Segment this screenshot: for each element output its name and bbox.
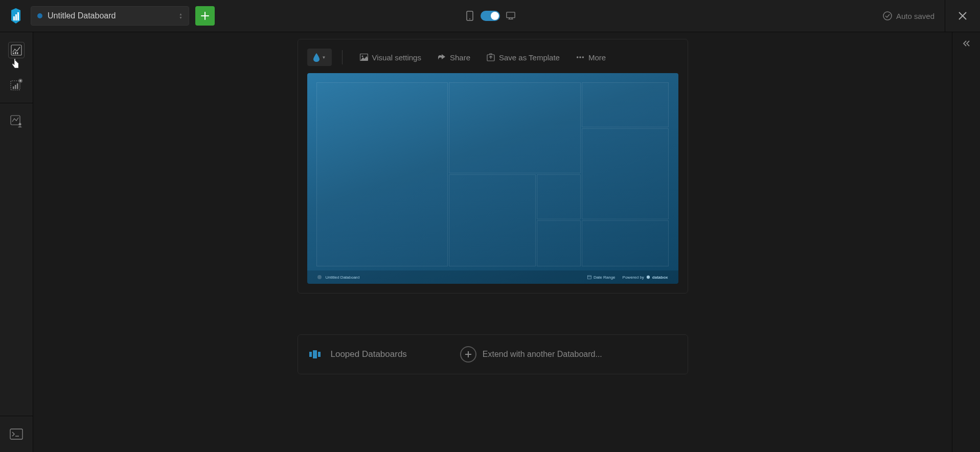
databoard-selector[interactable]: Untitled Databoard ▲▼ (31, 6, 189, 26)
svg-point-17 (19, 123, 21, 126)
device-toggle[interactable] (481, 11, 500, 21)
extend-label: Extend with another Databoard... (483, 350, 602, 359)
svg-rect-18 (10, 429, 22, 439)
cursor-pointer-icon (11, 58, 20, 69)
collapse-right-button[interactable] (952, 40, 980, 47)
desktop-icon[interactable] (506, 10, 515, 21)
card-toolbar: ▼ Visual settings Share (307, 49, 678, 66)
topbar: Untitled Databoard ▲▼ Auto saved (0, 0, 980, 32)
databoard-color-dot (37, 13, 42, 18)
calendar-icon (587, 275, 591, 279)
share-label: Share (450, 53, 470, 62)
main-content: ▼ Visual settings Share (33, 32, 952, 452)
powered-by-label: Powered by (623, 275, 644, 280)
databoard-title: Untitled Databoard (48, 11, 179, 20)
sidebar-item-terminal[interactable] (9, 426, 24, 442)
template-icon (487, 53, 495, 61)
databox-logo-icon (646, 275, 650, 279)
svg-rect-13 (15, 85, 16, 89)
date-range-label: Date Range (594, 275, 616, 280)
more-button[interactable]: More (569, 50, 613, 65)
looped-databoards-card: Looped Databoards Extend with another Da… (298, 334, 688, 374)
svg-rect-8 (13, 53, 14, 54)
toolbar-divider (342, 50, 343, 64)
device-controls (465, 10, 515, 21)
canvas-wrapper: ▼ Visual settings Share (298, 39, 688, 374)
save-template-button[interactable]: Save as Template (480, 50, 567, 65)
theme-dropdown[interactable]: ▼ (307, 49, 332, 66)
share-button[interactable]: Share (430, 50, 477, 65)
carousel-icon (309, 350, 321, 358)
auto-saved-label: Auto saved (896, 12, 935, 20)
powered-by: Powered by databox (623, 275, 668, 280)
brand-label: databox (652, 275, 668, 280)
grid-cell[interactable] (316, 82, 448, 266)
chevron-double-left-icon (962, 40, 970, 47)
looped-title: Looped Databoards (331, 349, 407, 359)
footer-right: Date Range Powered by databox (587, 275, 668, 280)
sidebar-group-mid (0, 114, 33, 139)
app-logo[interactable] (7, 6, 25, 26)
extend-link[interactable]: Extend with another Databoard... (460, 346, 602, 363)
grid-cell[interactable] (582, 82, 669, 127)
grid-cell[interactable] (582, 220, 669, 266)
svg-point-23 (579, 56, 581, 58)
svg-rect-2 (17, 12, 19, 20)
svg-rect-1 (15, 14, 17, 20)
svg-rect-10 (17, 52, 18, 54)
grid-cell[interactable] (449, 82, 581, 173)
mobile-icon[interactable] (465, 10, 474, 21)
grid-cell[interactable] (449, 174, 536, 266)
more-icon (576, 53, 584, 61)
chevron-down-icon: ▼ (322, 55, 326, 60)
databoard-card: ▼ Visual settings Share (298, 39, 688, 293)
svg-rect-26 (309, 352, 312, 357)
close-button[interactable] (945, 0, 973, 32)
svg-rect-12 (13, 86, 14, 89)
topbar-right: Auto saved (883, 0, 973, 32)
databoard-canvas[interactable]: Untitled Databoard Date Range Powered by… (307, 73, 678, 284)
sidebar (0, 32, 33, 452)
right-panel (952, 32, 980, 452)
grid-area (316, 82, 669, 258)
add-button[interactable] (195, 6, 215, 26)
toggle-knob (491, 12, 499, 20)
more-label: More (588, 53, 606, 62)
grid-cell[interactable] (582, 128, 669, 219)
svg-point-6 (883, 12, 892, 20)
visual-settings-label: Visual settings (372, 53, 421, 62)
visual-settings-button[interactable]: Visual settings (353, 50, 428, 65)
image-icon (360, 53, 368, 61)
svg-rect-5 (506, 12, 514, 18)
plus-circle-icon (460, 346, 476, 363)
canvas-footer-title: Untitled Databoard (326, 275, 360, 280)
drop-icon (313, 53, 320, 62)
sidebar-item-user-chart[interactable] (9, 114, 24, 129)
svg-rect-25 (587, 276, 591, 279)
svg-rect-14 (17, 83, 18, 89)
sidebar-item-metrics[interactable] (9, 42, 24, 58)
svg-point-22 (577, 56, 579, 58)
svg-point-24 (582, 56, 584, 58)
canvas-footer: Untitled Databoard Date Range Powered by… (307, 270, 678, 284)
selector-updown-icon: ▲▼ (179, 13, 183, 19)
svg-rect-28 (318, 352, 321, 357)
grid-cell[interactable] (537, 174, 581, 219)
svg-rect-9 (15, 52, 16, 54)
svg-rect-27 (313, 350, 317, 358)
auto-saved-status: Auto saved (883, 11, 935, 20)
grid-cell[interactable] (537, 220, 581, 266)
svg-point-4 (469, 18, 470, 19)
sidebar-group-top (0, 42, 33, 103)
save-template-label: Save as Template (499, 53, 560, 62)
share-icon (438, 53, 446, 61)
date-range-control[interactable]: Date Range (587, 275, 616, 280)
footer-dot-icon (317, 275, 322, 279)
sidebar-item-add-chart[interactable] (9, 77, 24, 93)
svg-point-20 (361, 56, 363, 57)
svg-rect-16 (11, 116, 20, 125)
check-circle-icon (883, 11, 892, 20)
svg-rect-0 (13, 16, 15, 20)
sidebar-bottom (0, 416, 33, 452)
